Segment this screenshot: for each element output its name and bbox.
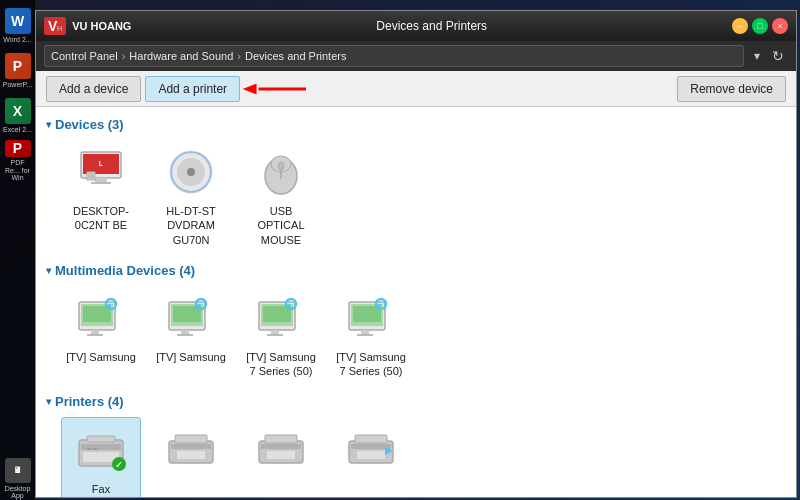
devices-toggle-icon: ▾ <box>46 119 51 130</box>
breadcrumb-devices: Devices and Printers <box>245 50 347 62</box>
svg-marker-1 <box>243 84 257 95</box>
printer3-icon <box>253 421 309 477</box>
window-controls: − □ × <box>732 18 788 34</box>
dropdown-arrow[interactable]: ▾ <box>750 47 764 65</box>
taskbar-left: W Word 2... P PowerP... X Excel 2... P P… <box>0 0 35 500</box>
add-printer-button[interactable]: Add a printer <box>145 76 240 102</box>
device-label-tv3: [TV] Samsung 7 Series (50) <box>245 350 317 379</box>
taskbar-pdf[interactable]: P PDF Re... for Win <box>3 140 33 182</box>
device-item-tv3[interactable]: [TV] Samsung 7 Series (50) <box>241 286 321 383</box>
address-right: ▾ ↻ <box>750 46 788 66</box>
svg-rect-30 <box>177 334 193 336</box>
breadcrumb-control-panel: Control Panel <box>51 50 118 62</box>
svg-rect-55 <box>175 435 207 443</box>
toolbar: Add a device Add a printer Remove device <box>36 71 796 107</box>
svg-rect-56 <box>177 451 205 459</box>
vu-hoang-logo: VH <box>44 17 66 35</box>
svg-point-16 <box>278 162 284 170</box>
title-bar-logo: VH VU HOANG <box>44 17 131 35</box>
svg-rect-43 <box>361 330 369 334</box>
taskbar-word[interactable]: W Word 2... <box>3 5 33 47</box>
svg-rect-50 <box>87 436 115 442</box>
svg-rect-63 <box>355 435 387 443</box>
svg-rect-36 <box>271 330 279 334</box>
word-icon: W <box>5 8 31 34</box>
powerpoint-label: PowerP... <box>3 81 32 89</box>
device-item-printer4[interactable] <box>331 417 411 497</box>
device-label-tv4: [TV] Samsung 7 Series (50) <box>335 350 407 379</box>
fax-icon: ✓ <box>73 422 129 478</box>
device-item-printer2[interactable] <box>151 417 231 497</box>
svg-rect-48 <box>87 448 91 450</box>
printer2-icon <box>163 421 219 477</box>
device-label-dvd: HL-DT-ST DVDRAM GU70N <box>155 204 227 247</box>
device-label-tv1: [TV] Samsung <box>66 350 136 364</box>
svg-point-11 <box>187 168 195 176</box>
svg-rect-54 <box>171 444 211 449</box>
device-item-tv4[interactable]: [TV] Samsung 7 Series (50) <box>331 286 411 383</box>
multimedia-section-header[interactable]: ▾ Multimedia Devices (4) <box>46 263 786 278</box>
taskbar-excel[interactable]: X Excel 2... <box>3 95 33 137</box>
refresh-button[interactable]: ↻ <box>768 46 788 66</box>
device-item-printer3[interactable] <box>241 417 321 497</box>
device-label-tv2: [TV] Samsung <box>156 350 226 364</box>
printers-grid: ✓ Fax <box>46 417 786 497</box>
add-device-button[interactable]: Add a device <box>46 76 141 102</box>
multimedia-grid: [TV] Samsung [TV] Samsung <box>46 286 786 383</box>
tv2-icon <box>163 290 219 346</box>
device-item-tv2[interactable]: [TV] Samsung <box>151 286 231 383</box>
minimize-button[interactable]: − <box>732 18 748 34</box>
svg-rect-5 <box>95 178 107 182</box>
breadcrumb[interactable]: Control Panel › Hardware and Sound › Dev… <box>44 45 744 67</box>
tv4-icon <box>343 290 399 346</box>
desktop-icon: 🖥 <box>5 458 31 483</box>
window-title: Devices and Printers <box>131 19 732 33</box>
excel-icon: X <box>5 98 31 124</box>
pdf-icon: P <box>5 140 31 157</box>
desktop-label: Desktop App <box>3 485 33 500</box>
device-item-dvd[interactable]: HL-DT-ST DVDRAM GU70N <box>151 140 231 251</box>
svg-rect-44 <box>357 334 373 336</box>
content-area: ▾ Devices (3) L DESKTOP-0C2NT BE <box>36 107 796 497</box>
printers-toggle-icon: ▾ <box>46 396 51 407</box>
svg-text:L: L <box>99 160 104 167</box>
svg-text:✓: ✓ <box>115 460 123 470</box>
vu-hoang-text: VU HOANG <box>72 20 131 32</box>
svg-rect-46 <box>81 444 121 450</box>
dvd-icon <box>163 144 219 200</box>
device-item-fax[interactable]: ✓ Fax <box>61 417 141 497</box>
maximize-button[interactable]: □ <box>752 18 768 34</box>
monitor-icon: L <box>73 144 129 200</box>
excel-label: Excel 2... <box>3 126 32 134</box>
svg-rect-8 <box>88 173 94 179</box>
svg-rect-29 <box>181 330 189 334</box>
breadcrumb-hardware: Hardware and Sound <box>129 50 233 62</box>
tv3-icon <box>253 290 309 346</box>
taskbar-desktop[interactable]: 🖥 Desktop App <box>3 458 33 500</box>
main-window: VH VU HOANG Devices and Printers − □ × C… <box>35 10 797 498</box>
device-label-mouse: USB OPTICAL MOUSE <box>245 204 317 247</box>
svg-rect-64 <box>357 451 385 459</box>
svg-rect-23 <box>87 334 103 336</box>
svg-rect-37 <box>267 334 283 336</box>
printer4-icon <box>343 421 399 477</box>
device-item-tv1[interactable]: [TV] Samsung <box>61 286 141 383</box>
multimedia-section-title: Multimedia Devices (4) <box>55 263 195 278</box>
devices-section-header[interactable]: ▾ Devices (3) <box>46 117 786 132</box>
svg-rect-49 <box>93 448 97 450</box>
mouse-icon <box>253 144 309 200</box>
printers-section-header[interactable]: ▾ Printers (4) <box>46 394 786 409</box>
pdf-label: PDF Re... for Win <box>3 159 33 182</box>
tv1-icon <box>73 290 129 346</box>
close-button[interactable]: × <box>772 18 788 34</box>
powerpoint-icon: P <box>5 53 31 79</box>
devices-section-title: Devices (3) <box>55 117 124 132</box>
svg-rect-58 <box>261 444 301 449</box>
remove-device-button[interactable]: Remove device <box>677 76 786 102</box>
device-item-mouse[interactable]: USB OPTICAL MOUSE <box>241 140 321 251</box>
svg-rect-6 <box>91 182 111 184</box>
svg-rect-22 <box>91 330 99 334</box>
device-item-desktop[interactable]: L DESKTOP-0C2NT BE <box>61 140 141 251</box>
svg-rect-60 <box>267 451 295 459</box>
taskbar-powerpoint[interactable]: P PowerP... <box>3 50 33 92</box>
